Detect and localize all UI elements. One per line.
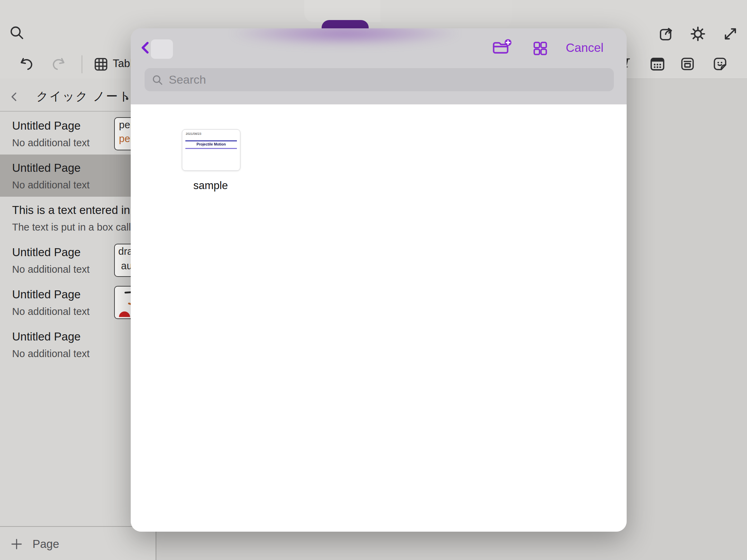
- folder-plus-icon: [491, 38, 513, 57]
- table-button[interactable]: [93, 56, 109, 73]
- search-icon: [9, 25, 25, 40]
- preview-date: 2021/08/23: [186, 132, 201, 136]
- preview-rule-dark: [185, 140, 237, 141]
- page-title: Untitled Page: [12, 246, 81, 259]
- page-subtitle: No additional text: [12, 137, 90, 149]
- cancel-button[interactable]: Cancel: [566, 41, 603, 55]
- sticker-icon: [712, 56, 728, 72]
- fullscreen-button[interactable]: [721, 25, 739, 43]
- chevron-left-icon: [138, 39, 153, 56]
- new-folder-button[interactable]: [490, 37, 513, 57]
- page-subtitle: The text is put in a box called: [12, 222, 142, 233]
- document-picker-modal: Cancel 2021/08/23 Projectile Motion samp…: [131, 28, 627, 532]
- ink-shape-red: [119, 311, 130, 317]
- sidebar-back-button[interactable]: [8, 89, 21, 104]
- search-icon: [151, 74, 163, 86]
- grid-view-button[interactable]: [531, 39, 549, 57]
- page-title: Untitled Page: [12, 330, 81, 343]
- redo-icon: [51, 56, 67, 72]
- modal-header: Cancel: [131, 28, 627, 104]
- search-input[interactable]: [168, 73, 584, 87]
- page-title: Untitled Page: [12, 288, 81, 301]
- undo-icon: [18, 56, 34, 72]
- add-page-label[interactable]: Page: [33, 538, 59, 550]
- expand-icon: [722, 26, 738, 42]
- modal-back-button[interactable]: [137, 38, 154, 57]
- purple-glow: [228, 28, 463, 46]
- file-tile-sample[interactable]: 2021/08/23 Projectile Motion: [182, 129, 240, 171]
- settings-gear-icon: [690, 26, 706, 42]
- page-title: Untitled Page: [12, 161, 81, 175]
- share-button[interactable]: [658, 25, 676, 43]
- undo-button[interactable]: [18, 55, 35, 73]
- modal-body: 2021/08/23 Projectile Motion sample: [131, 104, 627, 532]
- add-page-button[interactable]: [9, 536, 24, 552]
- modal-search-bar[interactable]: [145, 68, 614, 91]
- banner-icon: [680, 56, 695, 72]
- redo-button[interactable]: [50, 55, 67, 73]
- chevron-left-icon: [9, 90, 20, 103]
- search-button[interactable]: [8, 24, 26, 41]
- page-subtitle: No additional text: [12, 306, 90, 317]
- preview-heading: Projectile Motion: [182, 142, 240, 146]
- toolbar-divider: [82, 55, 82, 73]
- math-keypad-icon: [649, 56, 666, 72]
- settings-button[interactable]: [689, 25, 707, 43]
- plus-icon: [10, 538, 23, 551]
- keypad-button[interactable]: [648, 55, 666, 73]
- blurred-page-edge-2: [380, 0, 512, 29]
- app-root: Table クイック ノート Untitled Page No addition…: [0, 0, 747, 560]
- preview-rule-light: [185, 148, 237, 149]
- page-subtitle: No additional text: [12, 348, 90, 360]
- page-subtitle: No additional text: [12, 179, 90, 191]
- sticker-button[interactable]: [711, 55, 729, 73]
- grid-view-icon: [532, 40, 548, 57]
- page-title: This is a text entered in: [12, 204, 130, 217]
- file-name-label[interactable]: sample: [159, 179, 262, 192]
- share-icon: [658, 26, 675, 42]
- page-subtitle: No additional text: [12, 264, 90, 275]
- page-title: Untitled Page: [12, 119, 81, 132]
- table-icon: [93, 57, 109, 72]
- banner-element-button[interactable]: [679, 55, 697, 73]
- notebook-title: クイック ノート: [36, 88, 132, 104]
